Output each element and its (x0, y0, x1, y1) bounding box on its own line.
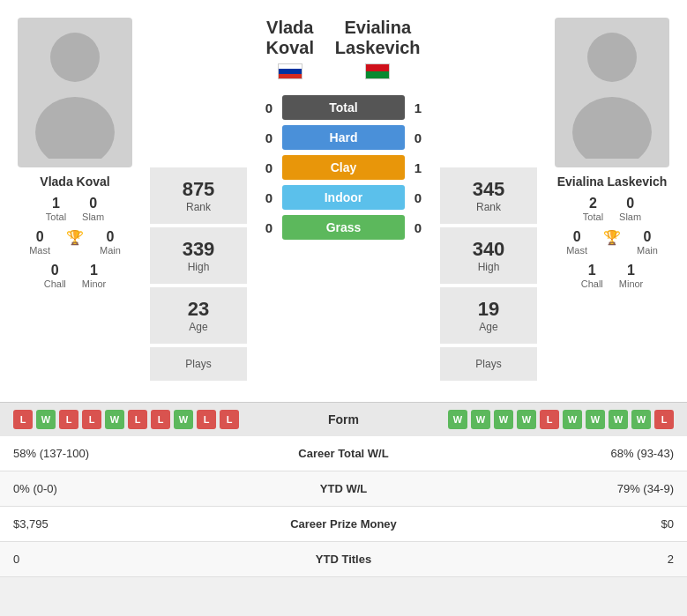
player1-plays-block: Plays (150, 347, 247, 381)
player2-trophy: 🏆 (603, 229, 621, 256)
player1-age-block: 23 Age (150, 287, 247, 344)
form-badge-w: W (448, 410, 467, 429)
form-badge-w: W (586, 410, 605, 429)
player2-name: Evialina Laskevich (557, 174, 668, 189)
form-badge-w: W (471, 410, 490, 429)
player2-header: Evialina Laskevich (324, 18, 431, 83)
player1-rank-block: 875 Rank (150, 167, 247, 224)
indoor-badge: Indoor (282, 185, 405, 210)
player2-career-wl: 68% (93-43) (511, 436, 687, 471)
surface-rows: 0 Total 1 0 Hard 0 0 Clay 1 0 Indoor (256, 95, 431, 245)
player2-plays-block: Plays (440, 347, 537, 381)
main-container: Vlada Koval 1 Total 0 Slam 0 Mast 🏆 (0, 0, 687, 577)
player2-avatar (555, 18, 669, 167)
career-wl-label: Career Total W/L (176, 436, 511, 471)
form-badge-l: L (540, 410, 559, 429)
form-badge-w: W (36, 410, 56, 429)
player1-ytd-wl: 0% (0-0) (0, 471, 176, 507)
titles-label: YTD Titles (176, 542, 511, 577)
player1-form-badges: LWLLWLLWLL (13, 410, 239, 429)
prize-label: Career Prize Money (176, 507, 511, 542)
ytd-wl-label: YTD W/L (176, 471, 511, 507)
player2-total: 2 Total (583, 196, 603, 222)
svg-point-3 (572, 97, 652, 159)
form-section: LWLLWLLWLL Form WWWWLWWWWL (0, 402, 687, 436)
player2-prize: $0 (511, 507, 687, 542)
form-badge-l: L (82, 410, 101, 429)
player1-slam: 0 Slam (82, 196, 104, 222)
player2-high-block: 340 High (440, 227, 537, 284)
player2-rank-block: 345 Rank (440, 167, 537, 224)
form-badge-w: W (631, 410, 651, 429)
form-badge-w: W (517, 410, 536, 429)
player1-name: Vlada Koval (40, 174, 109, 189)
player1-header: Vlada Koval (256, 18, 324, 83)
player2-form-badges: WWWWLWWWWL (448, 410, 674, 429)
form-badge-l: L (220, 410, 239, 429)
titles-row: 0 YTD Titles 2 (0, 542, 687, 577)
form-badge-w: W (563, 410, 582, 429)
player1-card: Vlada Koval 1 Total 0 Slam 0 Mast 🏆 (0, 9, 150, 393)
player2-stats-mid: 0 Mast 🏆 0 Main (566, 229, 658, 256)
indoor-row: 0 Indoor 0 (256, 185, 431, 210)
clay-row: 0 Clay 1 (256, 155, 431, 180)
players-section: Vlada Koval 1 Total 0 Slam 0 Mast 🏆 (0, 0, 687, 402)
player1-flag (278, 63, 302, 83)
hard-row: 0 Hard 0 (256, 125, 431, 150)
player2-main: 0 Main (637, 229, 658, 256)
form-badge-l: L (13, 410, 33, 429)
player1-avatar (18, 18, 132, 167)
player2-chall: 1 Chall (581, 263, 603, 289)
form-badge-w: W (494, 410, 513, 429)
form-badge-w: W (105, 410, 124, 429)
player2-flag (365, 63, 390, 83)
player2-age-block: 19 Age (440, 287, 537, 344)
form-label: Form (328, 412, 359, 427)
form-badge-w: W (174, 410, 193, 429)
player1-stats-top: 1 Total 0 Slam (46, 196, 104, 222)
player2-stats-bot: 1 Chall 1 Minor (581, 263, 644, 289)
form-badge-w: W (609, 410, 628, 429)
player1-stats-mid: 0 Mast 🏆 0 Main (29, 229, 121, 256)
grass-badge: Grass (282, 215, 405, 240)
player2-ytd-wl: 79% (34-9) (511, 471, 687, 507)
svg-point-0 (50, 33, 100, 82)
ytd-wl-row: 0% (0-0) YTD W/L 79% (34-9) (0, 471, 687, 507)
player2-minor: 1 Minor (619, 263, 644, 289)
form-badge-l: L (59, 410, 78, 429)
svg-point-2 (587, 33, 637, 82)
player1-prize: $3,795 (0, 507, 176, 542)
player2-stats-top: 2 Total 0 Slam (583, 196, 641, 222)
hard-badge: Hard (282, 125, 405, 150)
stats-table: 58% (137-100) Career Total W/L 68% (93-4… (0, 436, 687, 577)
match-center: Vlada Koval Evialina Laskevich 0 Total (247, 9, 440, 393)
player2-card: Evialina Laskevich 2 Total 0 Slam 0 Mast… (537, 9, 687, 393)
career-wl-row: 58% (137-100) Career Total W/L 68% (93-4… (0, 436, 687, 471)
player1-total: 1 Total (46, 196, 66, 222)
player1-main: 0 Main (100, 229, 121, 256)
player1-trophy: 🏆 (66, 229, 84, 256)
form-badge-l: L (654, 410, 674, 429)
player1-chall: 0 Chall (44, 263, 66, 289)
player1-career-wl: 58% (137-100) (0, 436, 176, 471)
player2-titles: 2 (511, 542, 687, 577)
player1-titles: 0 (0, 542, 176, 577)
prize-row: $3,795 Career Prize Money $0 (0, 507, 687, 542)
form-badge-l: L (197, 410, 216, 429)
total-row: 0 Total 1 (256, 95, 431, 120)
total-badge: Total (282, 95, 405, 120)
player2-middle-stats: 345 Rank 340 High 19 Age Plays (440, 9, 537, 393)
form-badge-l: L (151, 410, 170, 429)
player2-mast: 0 Mast (566, 229, 587, 256)
player2-slam: 0 Slam (619, 196, 641, 222)
player1-high-block: 339 High (150, 227, 247, 284)
form-badge-l: L (128, 410, 147, 429)
player1-stats-bot: 0 Chall 1 Minor (44, 263, 107, 289)
svg-point-1 (35, 97, 115, 159)
clay-badge: Clay (282, 155, 405, 180)
player1-middle-stats: 875 Rank 339 High 23 Age Plays (150, 9, 247, 393)
player1-mast: 0 Mast (29, 229, 50, 256)
grass-row: 0 Grass 0 (256, 215, 431, 240)
player1-minor: 1 Minor (82, 263, 107, 289)
